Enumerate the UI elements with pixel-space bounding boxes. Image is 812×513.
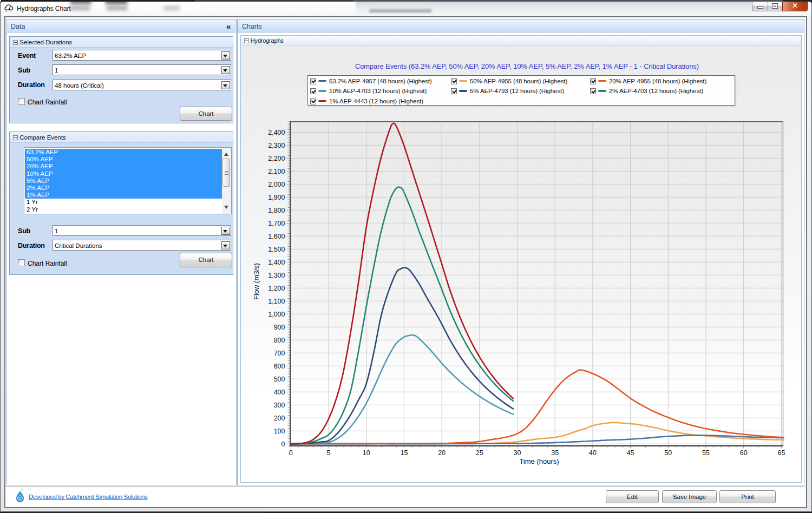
svg-text:2,100: 2,100 — [268, 168, 285, 175]
svg-text:0: 0 — [289, 449, 293, 457]
svg-text:55: 55 — [702, 449, 710, 457]
svg-text:600: 600 — [274, 363, 285, 370]
svg-text:30: 30 — [514, 449, 521, 457]
svg-text:60: 60 — [740, 449, 748, 457]
svg-text:400: 400 — [274, 389, 285, 396]
svg-text:5: 5 — [327, 449, 331, 457]
svg-text:1,100: 1,100 — [268, 298, 285, 305]
svg-text:900: 900 — [274, 324, 285, 331]
svg-text:2,200: 2,200 — [268, 155, 285, 162]
svg-text:1,000: 1,000 — [268, 311, 285, 318]
svg-text:65: 65 — [777, 449, 785, 457]
svg-text:25: 25 — [476, 449, 483, 457]
svg-text:500: 500 — [274, 376, 285, 383]
svg-text:40: 40 — [589, 449, 597, 457]
svg-text:100: 100 — [274, 428, 285, 435]
svg-text:1,400: 1,400 — [268, 259, 285, 266]
svg-text:Time (hours): Time (hours) — [519, 457, 559, 465]
svg-text:300: 300 — [274, 402, 285, 409]
svg-text:15: 15 — [400, 449, 408, 457]
svg-text:1,600: 1,600 — [268, 233, 285, 240]
svg-text:700: 700 — [274, 350, 285, 357]
svg-text:0: 0 — [281, 440, 285, 448]
svg-text:1,200: 1,200 — [268, 285, 285, 292]
svg-text:Flow (m3/s): Flow (m3/s) — [252, 263, 260, 300]
svg-text:800: 800 — [274, 337, 285, 344]
svg-text:1,500: 1,500 — [268, 246, 285, 253]
svg-text:1,300: 1,300 — [268, 272, 285, 279]
svg-text:2,300: 2,300 — [268, 142, 285, 149]
svg-text:1,900: 1,900 — [268, 194, 285, 201]
svg-text:10: 10 — [363, 449, 370, 457]
svg-text:1,700: 1,700 — [268, 220, 285, 227]
svg-text:1,800: 1,800 — [268, 207, 285, 214]
svg-text:2,000: 2,000 — [268, 181, 285, 188]
svg-text:K: K — [18, 496, 22, 501]
svg-text:35: 35 — [551, 449, 559, 457]
svg-text:200: 200 — [274, 415, 285, 422]
svg-text:20: 20 — [438, 449, 446, 457]
svg-text:2,400: 2,400 — [268, 129, 285, 136]
svg-text:50: 50 — [664, 449, 672, 457]
svg-text:45: 45 — [627, 449, 634, 457]
